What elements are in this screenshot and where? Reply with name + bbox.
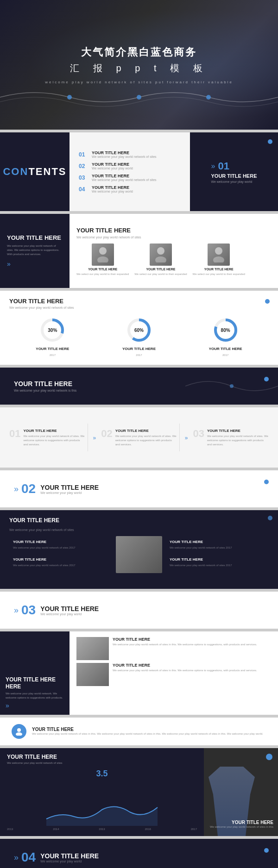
- chart-sub: 2017: [136, 354, 142, 356]
- member-name: YOUR TITLE HERE: [204, 268, 234, 271]
- box-sub: We welcome your play world network of si…: [13, 563, 108, 568]
- member-photo: [92, 244, 114, 266]
- member-name: YOUR TITLE HERE: [146, 268, 175, 271]
- chevron-icon: »: [14, 853, 19, 862]
- features-sub: We welcome your play world network of si…: [9, 528, 269, 531]
- chevron-icon: »: [93, 434, 96, 441]
- chevron-icon: »: [14, 606, 19, 615]
- line-chart: [7, 798, 197, 826]
- chart-sub: 2017: [50, 354, 56, 356]
- wave-decoration: [0, 83, 278, 111]
- member-photo: [150, 244, 172, 266]
- feature-box: YOUR TITLE HERE We welcome your play wor…: [166, 554, 269, 571]
- item-sub: We welcome your play world network of si…: [92, 155, 157, 158]
- svg-point-2: [206, 95, 211, 100]
- features-title: YOUR TITLE HERE: [9, 517, 269, 524]
- banner-title: YOUR TITLE HERE: [14, 380, 76, 387]
- team-left-title: YOUR TITLE HERE: [7, 234, 63, 242]
- team-member: YOUR TITLE HERE We select our play world…: [134, 244, 187, 275]
- chart-title: YOUR TITLE HERE: [209, 347, 242, 351]
- main-subtitle-cn: 汇 报 p p t 模 板: [45, 62, 233, 75]
- slide-section-03: » 03 YOUR TITLE HERE We welcome your pla…: [0, 592, 278, 629]
- chevron-icon: »: [6, 702, 64, 709]
- chart-sub: 2017: [222, 354, 228, 356]
- contents-heading: CONTENTS: [3, 166, 66, 178]
- item-num: 01: [79, 151, 88, 158]
- svg-point-3: [99, 247, 107, 255]
- svg-point-0: [67, 95, 72, 100]
- item-title: YOUR TITLE HERE: [92, 162, 133, 167]
- chart-title: YOUR TITLE HERE: [122, 347, 156, 351]
- col-item-1: 01 YOUR TITLE HERE We welcome your play …: [9, 429, 85, 447]
- feature-image: [116, 536, 162, 573]
- item-sub: We welcome your play world: [92, 190, 133, 193]
- col-sub: We welcome your play world network of si…: [115, 434, 177, 447]
- member-role: We select our play world to their expand…: [76, 273, 129, 275]
- team-member: YOUR TITLE HERE We select our play world…: [76, 244, 129, 275]
- chart-item: 30% YOUR TITLE HERE 2017: [36, 316, 69, 356]
- slide-info-left-dark: YOUR TITLE HERE HERE We welcome your pla…: [0, 631, 278, 715]
- info-image: [76, 663, 109, 686]
- col-num: 02: [101, 429, 112, 439]
- section-num: 03: [21, 603, 36, 618]
- chart-label: 2013: [99, 828, 105, 831]
- chart-item: 80% YOUR TITLE HERE 2017: [209, 316, 242, 356]
- donut-chart-1: 30%: [38, 316, 66, 344]
- list-item: 03 YOUR TITLE HERE We welcome your play …: [79, 174, 181, 181]
- contents-list: 01 YOUR TITLE HERE We welcome your play …: [70, 132, 190, 211]
- main-desc: welcome play world network of sites put …: [45, 80, 233, 84]
- chevron-icon: »: [185, 434, 188, 441]
- col-item-2: 02 YOUR TITLE HERE We welcome your play …: [101, 429, 177, 447]
- svg-point-6: [155, 256, 166, 262]
- wave-decoration: [185, 368, 278, 405]
- col-item-3: 03 YOUR TITLE HERE We welcome your play …: [193, 429, 269, 447]
- col-title: YOUR TITLE HERE: [23, 429, 85, 433]
- section-sub: We welcome your play world: [40, 860, 99, 863]
- col-sub: We welcome your play world network of si…: [207, 434, 269, 447]
- item-num: 04: [79, 186, 88, 193]
- box-sub: We welcome your play world network of si…: [170, 546, 265, 550]
- info-row: YOUR TITLE HERE We welcome your play wor…: [76, 637, 271, 660]
- donut-label: 80%: [221, 328, 230, 333]
- divider: [179, 424, 180, 451]
- box-sub: We welcome your play world network of si…: [170, 563, 265, 568]
- donut-chart-2: 60%: [125, 316, 153, 344]
- svg-point-5: [157, 247, 164, 255]
- member-photo: [208, 244, 230, 266]
- info-left-panel: YOUR TITLE HERE HERE We welcome your pla…: [0, 631, 70, 715]
- box-title: YOUR TITLE HERE: [170, 557, 265, 562]
- info-row-title: YOUR TITLE HERE: [113, 663, 257, 668]
- banner-sub: We welcome your play world network is th…: [14, 389, 76, 392]
- blue-dot-decoration: [264, 848, 269, 853]
- person-panel-title: YOUR TITLE HERE: [210, 820, 273, 825]
- chart-value: 3.5: [7, 769, 197, 779]
- item-num: 02: [79, 163, 88, 169]
- divider: [88, 424, 88, 451]
- col-title: YOUR TITLE HERE: [115, 429, 177, 433]
- contents-feature: » 01 YOUR TITLE HERE We welcome your pla…: [190, 132, 278, 211]
- team-member: YOUR TITLE HERE We select our play world…: [193, 244, 245, 275]
- feature-box: YOUR TITLE HERE We welcome your play wor…: [9, 554, 112, 571]
- member-name: YOUR TITLE HERE: [88, 268, 117, 271]
- slide-stats: YOUR TITLE HERE We welcome your play wor…: [0, 291, 278, 365]
- slide-team: YOUR TITLE HERE We welcome your play wor…: [0, 214, 278, 288]
- stats-title: YOUR TITLE HERE: [9, 298, 269, 305]
- slide-three-col: 01 YOUR TITLE HERE We welcome your play …: [0, 407, 278, 468]
- slide-chart-person: YOUR TITLE HERE We welcome your play wor…: [0, 748, 278, 836]
- contents-accent: CON: [3, 166, 28, 177]
- slide-title: 大气简介黑白蓝色商务 汇 报 p p t 模 板 welcome play wo…: [0, 0, 278, 130]
- svg-point-16: [17, 728, 21, 732]
- stats-sub: We welcome your play world network of si…: [9, 306, 269, 309]
- info-image: [76, 637, 109, 660]
- slide-contents: CONTENTS 01 YOUR TITLE HERE We welcome y…: [0, 132, 278, 211]
- item-num: 03: [79, 175, 88, 181]
- section-sub: We welcome your play world: [40, 612, 99, 616]
- col-num: 01: [9, 429, 20, 439]
- blue-dot-decoration: [266, 754, 272, 760]
- blue-dot-decoration: [264, 377, 269, 381]
- slide-section-04: » 04 YOUR TITLE HERE We welcome your pla…: [0, 839, 278, 868]
- feature-sub: We welcome your play world: [211, 180, 257, 183]
- box-title: YOUR TITLE HERE: [13, 557, 108, 562]
- info-row-title: YOUR TITLE HERE: [113, 637, 257, 642]
- list-item: 01 YOUR TITLE HERE We welcome your play …: [79, 150, 181, 158]
